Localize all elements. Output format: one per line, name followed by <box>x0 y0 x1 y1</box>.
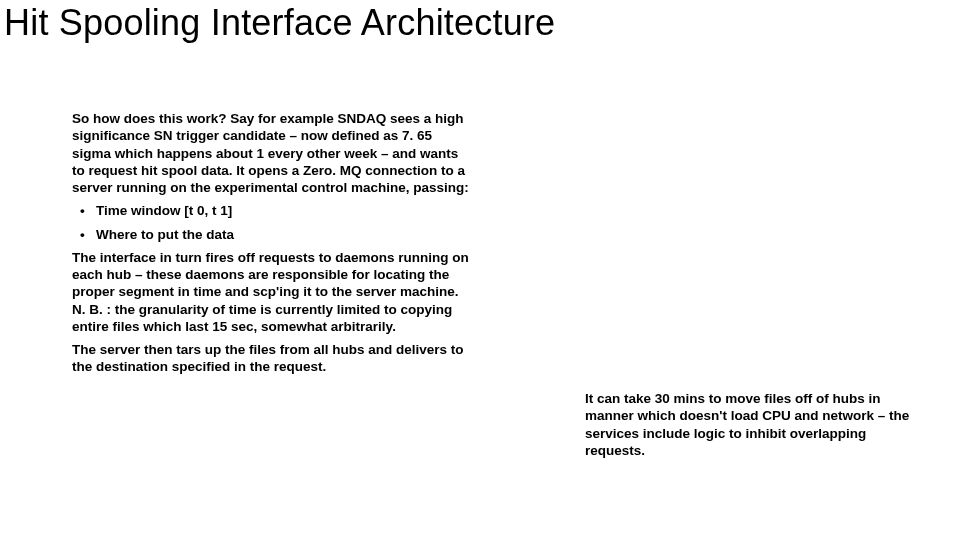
slide-title: Hit Spooling Interface Architecture <box>4 2 555 44</box>
daemons-paragraph: The interface in turn fires off requests… <box>72 249 474 335</box>
server-paragraph: The server then tars up the files from a… <box>72 341 474 376</box>
bullet-destination: Where to put the data <box>96 226 474 243</box>
bullet-time-window: Time window [t 0, t 1] <box>96 202 474 219</box>
params-list: Time window [t 0, t 1] Where to put the … <box>72 202 474 243</box>
slide: Hit Spooling Interface Architecture So h… <box>0 0 960 540</box>
right-column: It can take 30 mins to move files off of… <box>585 390 915 459</box>
left-column: So how does this work? Say for example S… <box>72 110 474 382</box>
intro-paragraph: So how does this work? Say for example S… <box>72 110 474 196</box>
timing-note: It can take 30 mins to move files off of… <box>585 390 915 459</box>
